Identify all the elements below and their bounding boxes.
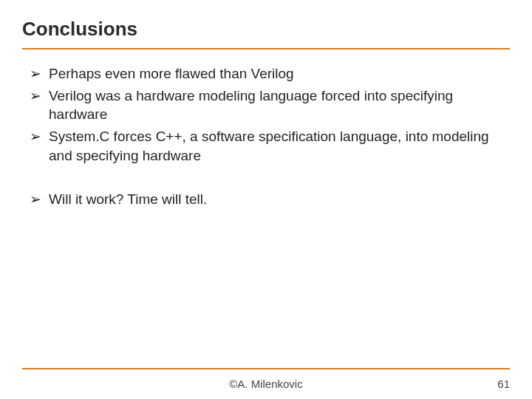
chevron-right-icon: ➢: [30, 190, 41, 209]
footer-author: ©A. Milenkovic: [0, 378, 532, 390]
slide-content: ➢ Perhaps even more flawed than Verilog …: [0, 50, 532, 209]
chevron-right-icon: ➢: [30, 127, 41, 146]
bullet-text: Verilog was a hardware modeling language…: [49, 86, 502, 124]
spacer: [30, 168, 502, 190]
bullet-text: Will it work? Time will tell.: [49, 190, 502, 209]
chevron-right-icon: ➢: [30, 86, 41, 106]
list-item: ➢ Perhaps even more flawed than Verilog: [30, 64, 502, 83]
bullet-text: System.C forces C++, a software specific…: [49, 127, 502, 165]
page-title: Conclusions: [22, 18, 510, 41]
bullet-text: Perhaps even more flawed than Verilog: [49, 64, 502, 83]
list-item: ➢ System.C forces C++, a software specif…: [30, 127, 502, 165]
list-item: ➢ Verilog was a hardware modeling langua…: [30, 86, 502, 124]
page-number: 61: [497, 378, 510, 390]
list-item: ➢ Will it work? Time will tell.: [30, 190, 502, 209]
chevron-right-icon: ➢: [30, 64, 41, 83]
footer-divider: [22, 368, 510, 369]
